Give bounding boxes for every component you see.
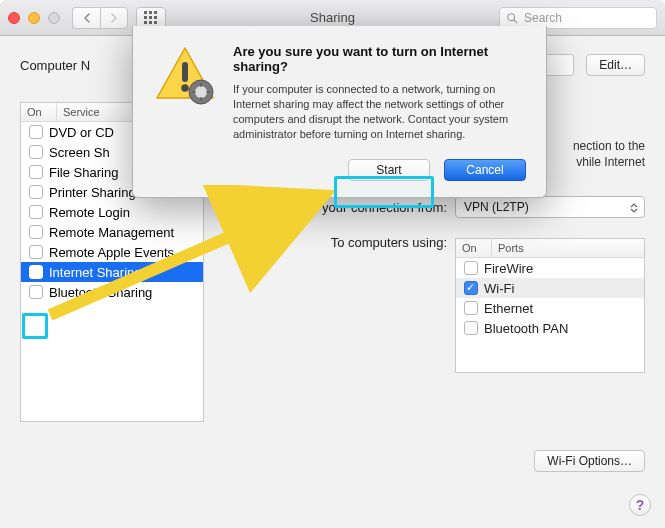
service-label: DVD or CD: [49, 125, 114, 140]
service-checkbox[interactable]: [29, 225, 43, 239]
chevron-up-down-icon: [626, 199, 642, 217]
minimize-window-button[interactable]: [28, 12, 40, 24]
port-checkbox[interactable]: [464, 321, 478, 335]
service-checkbox[interactable]: [29, 145, 43, 159]
svg-point-14: [195, 86, 207, 98]
ports-list: On Ports FireWire Wi-Fi Ethernet Bluetoo…: [455, 238, 645, 373]
svg-rect-1: [149, 11, 152, 14]
zoom-window-button[interactable]: [48, 12, 60, 24]
window-controls: [8, 12, 60, 24]
ports-header-ports: Ports: [492, 239, 644, 257]
service-remote-management[interactable]: Remote Management: [21, 222, 203, 242]
svg-rect-8: [154, 21, 157, 24]
service-remote-apple-events[interactable]: Remote Apple Events: [21, 242, 203, 262]
forward-button[interactable]: [100, 7, 128, 29]
service-internet-sharing[interactable]: Internet Sharing: [21, 262, 203, 282]
service-checkbox[interactable]: [29, 265, 43, 279]
svg-rect-4: [149, 16, 152, 19]
port-checkbox[interactable]: [464, 261, 478, 275]
share-from-label: Share your connection from:: [222, 200, 447, 215]
service-checkbox[interactable]: [29, 185, 43, 199]
preferences-window: Sharing Search Computer N Edit… On Servi…: [0, 0, 665, 528]
computer-name-label: Computer N: [20, 58, 90, 73]
dialog-title: Are you sure you want to turn on Interne…: [233, 44, 526, 74]
close-window-button[interactable]: [8, 12, 20, 24]
service-checkbox[interactable]: [29, 205, 43, 219]
warning-icon: [153, 44, 217, 108]
port-firewire[interactable]: FireWire: [456, 258, 644, 278]
help-button[interactable]: ?: [629, 494, 651, 516]
dialog-message: If your computer is connected to a netwo…: [233, 82, 526, 141]
port-checkbox[interactable]: [464, 281, 478, 295]
service-checkbox[interactable]: [29, 245, 43, 259]
edit-button[interactable]: Edit…: [586, 54, 645, 76]
svg-rect-7: [149, 21, 152, 24]
wifi-options-button[interactable]: Wi-Fi Options…: [534, 450, 645, 472]
confirm-dialog: Are you sure you want to turn on Interne…: [132, 26, 547, 198]
service-label: File Sharing: [49, 165, 118, 180]
start-button[interactable]: Start: [348, 159, 430, 181]
svg-rect-3: [144, 16, 147, 19]
port-ethernet[interactable]: Ethernet: [456, 298, 644, 318]
nav-buttons: [72, 7, 128, 29]
to-computers-label: To computers using:: [222, 232, 447, 250]
share-from-dropdown[interactable]: VPN (L2TP): [455, 196, 645, 218]
cancel-button[interactable]: Cancel: [444, 159, 526, 181]
svg-rect-6: [144, 21, 147, 24]
service-label: Printer Sharing: [49, 185, 136, 200]
port-label: FireWire: [484, 261, 533, 276]
svg-point-9: [508, 13, 515, 20]
port-wifi[interactable]: Wi-Fi: [456, 278, 644, 298]
service-checkbox[interactable]: [29, 125, 43, 139]
svg-rect-11: [182, 62, 188, 82]
port-bluetooth-pan[interactable]: Bluetooth PAN: [456, 318, 644, 338]
port-checkbox[interactable]: [464, 301, 478, 315]
services-header-on: On: [21, 103, 57, 121]
port-label: Bluetooth PAN: [484, 321, 568, 336]
service-label: Screen Sh: [49, 145, 110, 160]
svg-point-12: [181, 84, 189, 92]
svg-line-10: [514, 19, 517, 22]
search-placeholder: Search: [524, 11, 562, 25]
svg-rect-0: [144, 11, 147, 14]
share-from-value: VPN (L2TP): [464, 200, 529, 214]
port-label: Wi-Fi: [484, 281, 514, 296]
service-checkbox[interactable]: [29, 165, 43, 179]
ports-header-on: On: [456, 239, 492, 257]
service-label: Remote Login: [49, 205, 130, 220]
back-button[interactable]: [72, 7, 100, 29]
service-label: Internet Sharing: [49, 265, 142, 280]
service-remote-login[interactable]: Remote Login: [21, 202, 203, 222]
service-label: Remote Apple Events: [49, 245, 174, 260]
service-label: Remote Management: [49, 225, 174, 240]
svg-rect-5: [154, 16, 157, 19]
port-label: Ethernet: [484, 301, 533, 316]
service-checkbox[interactable]: [29, 285, 43, 299]
svg-rect-2: [154, 11, 157, 14]
service-bluetooth-sharing[interactable]: Bluetooth Sharing: [21, 282, 203, 302]
service-label: Bluetooth Sharing: [49, 285, 152, 300]
